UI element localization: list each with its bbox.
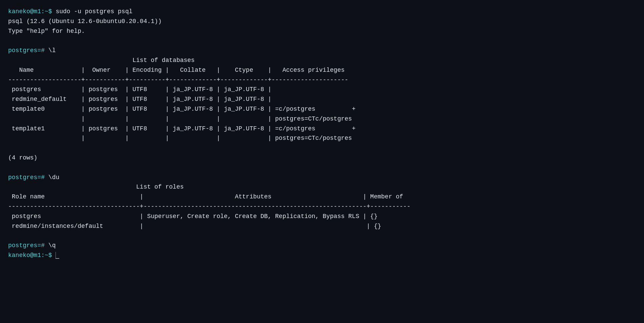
roles-list-header: Role name | Attributes | Member of — [8, 193, 403, 200]
terminal: kaneko@m1:~$ sudo -u postgres psql psql … — [8, 7, 636, 323]
prompt-1: kaneko@m1:~$ — [8, 8, 56, 15]
db-row-postgres: postgres | postgres | UTF8 | ja_JP.UTF-8… — [8, 86, 272, 93]
db-row-template0: template0 | postgres | UTF8 | ja_JP.UTF-… — [8, 106, 356, 112]
prompt-4: postgres=# — [8, 242, 48, 249]
db-row-template1-cont: | | | | | postgres=CTc/postgres — [8, 135, 352, 142]
prompt-2: postgres=# — [8, 47, 48, 54]
roles-row-postgres: postgres | Superuser, Create role, Creat… — [8, 213, 378, 220]
db-row-redmine-default: redmine_default | postgres | UTF8 | ja_J… — [8, 96, 272, 103]
db-list-sep: --------------------+-----------+-------… — [8, 77, 348, 83]
cmd-4: \q — [48, 242, 56, 249]
db-list-title: List of databases — [8, 57, 195, 64]
psql-version: psql (12.6 (Ubuntu 12.6-0ubuntu0.20.04.1… — [8, 18, 162, 25]
roles-list-title: List of roles — [8, 184, 184, 190]
prompt-5: kaneko@m1:~$ — [8, 252, 56, 259]
roles-row-redmine: redmine/instances/default | | {} — [8, 223, 381, 230]
prompt-3: postgres=# — [8, 174, 48, 181]
db-row-count: (4 rows) — [8, 154, 37, 161]
psql-help: Type "help" for help. — [8, 28, 85, 35]
db-row-template0-cont: | | | | | postgres=CTc/postgres — [8, 115, 352, 122]
cmd-3: \du — [48, 174, 59, 181]
cmd-2: \l — [48, 47, 56, 54]
db-row-template1: template1 | postgres | UTF8 | ja_JP.UTF-… — [8, 125, 356, 132]
roles-list-sep: ------------------------------------+---… — [8, 203, 410, 210]
cmd-1: sudo -u postgres psql — [56, 8, 132, 15]
terminal-content: kaneko@m1:~$ sudo -u postgres psql psql … — [8, 7, 636, 260]
db-list-header: Name | Owner | Encoding | Collate | Ctyp… — [8, 67, 345, 73]
cursor: █ — [56, 252, 59, 259]
